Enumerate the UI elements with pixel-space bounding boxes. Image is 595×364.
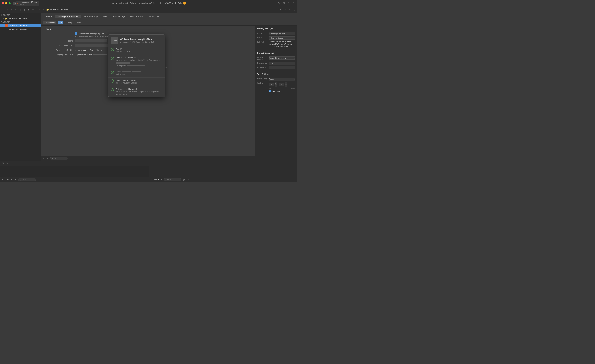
indent-using-select[interactable]: Spaces ▾ xyxy=(269,78,295,81)
warning-nav-icon[interactable]: ⚠ xyxy=(283,8,287,12)
provisioning-arrow-icon[interactable]: › xyxy=(100,48,103,52)
left-filter-field[interactable]: ⌕ xyxy=(18,178,36,181)
sidebar-filter-input[interactable] xyxy=(54,157,68,159)
wrap-lines-label-empty xyxy=(257,91,268,92)
search-icon[interactable]: ⌕ xyxy=(10,8,14,12)
project-format-select[interactable]: Xcode 3.2-compatible ▾ xyxy=(269,57,295,60)
maximize-button[interactable] xyxy=(8,2,11,4)
full-path-reveal-icon[interactable]: → xyxy=(294,41,295,44)
signing-section-header: ▾ Signing xyxy=(44,28,252,30)
sidebar-footer: + − ⌕ xyxy=(41,156,298,161)
tab-build-settings[interactable]: Build Settings xyxy=(109,14,127,18)
sidebar-item-target-main[interactable]: ▸ S sampleapp-ios-swift xyxy=(0,24,41,27)
scope-release-button[interactable]: Release xyxy=(76,21,86,24)
name-input[interactable] xyxy=(269,32,295,35)
auto-manage-text: Automatically manage signing xyxy=(78,33,104,35)
panel-toggle-right[interactable]: ▯ xyxy=(292,1,295,5)
split-output-icon[interactable]: ⊞ xyxy=(186,178,189,181)
right-filter-input[interactable] xyxy=(167,179,181,181)
breakpoint-navigator-icon[interactable]: ◆ xyxy=(27,8,30,12)
tab-build-phases[interactable]: Build Phases xyxy=(128,14,145,18)
right-filter-field[interactable]: ⌕ xyxy=(164,178,181,181)
signing-certificate-label: Signing Certificate xyxy=(46,53,75,56)
popup-title: iOS Team Provisioning Profile: • xyxy=(120,38,154,41)
scheme-selector[interactable]: S sampleapp-ios-swift › iPhone 11 xyxy=(25,1,28,5)
minimize-button[interactable] xyxy=(5,2,7,4)
name-label: Name xyxy=(257,32,268,34)
sidebar-project-name: sampleapp-ios-swift xyxy=(9,17,28,20)
add-editor-button[interactable]: ⊕ xyxy=(277,1,281,5)
toolbar-separator xyxy=(36,8,36,12)
remove-item-button[interactable]: − xyxy=(46,157,49,160)
split-view-button[interactable]: ⊞ xyxy=(282,1,285,5)
team-input[interactable] xyxy=(75,39,107,43)
left-filter-input[interactable] xyxy=(22,179,36,181)
traffic-lights xyxy=(0,2,11,4)
forward-nav-icon[interactable]: › xyxy=(288,8,291,12)
tab-width-input[interactable] xyxy=(269,83,274,86)
back-nav-icon[interactable]: ‹ xyxy=(279,8,282,12)
provisioning-popup-overlay: PROV iOS Team Provisioning Profile: • Cr… xyxy=(108,34,165,97)
indent-width-input[interactable] xyxy=(279,83,284,86)
output-chevron-icon[interactable]: ▾ xyxy=(160,178,163,181)
project-format-label: Project Format xyxy=(257,57,268,61)
issue-navigator-icon[interactable]: ⚠ xyxy=(14,8,18,12)
source-control-icon[interactable]: ⑃ xyxy=(6,8,9,12)
organization-input[interactable] xyxy=(269,62,295,65)
debug-navigator-icon[interactable]: ◈ xyxy=(23,8,26,12)
bottom-toolbar: ⊞ ⚑ xyxy=(0,161,298,166)
flag-icon[interactable]: ⚑ xyxy=(6,162,8,165)
tab-info[interactable]: Info xyxy=(100,14,109,18)
play-icon[interactable]: ▶ xyxy=(10,178,13,181)
location-select[interactable]: Relative to Group ▾ xyxy=(269,36,295,40)
tab-increment-button[interactable]: ▲ xyxy=(275,82,277,85)
sidebar-item-project[interactable]: ▸ 📁 sampleapp-ios-swift xyxy=(0,17,41,20)
forward-button[interactable]: › xyxy=(42,8,46,12)
assistant-editor-icon[interactable]: ⊞ xyxy=(292,8,296,12)
console-toggle-icon[interactable]: ▾ xyxy=(1,178,4,181)
tab-resource-tags[interactable]: Resource Tags xyxy=(81,14,100,18)
signing-disclosure-icon[interactable]: ▾ xyxy=(44,28,44,30)
name-row: Name xyxy=(257,32,295,35)
report-navigator-icon[interactable]: ☰ xyxy=(31,8,35,12)
certs-content: Certificates: 1 Included Includes newest… xyxy=(116,57,162,67)
pause-icon[interactable]: ⏸ xyxy=(14,178,17,181)
cert-name-redacted xyxy=(93,54,107,55)
expand-icon[interactable]: ⊞ xyxy=(1,162,4,165)
capabilities-desc: Includes Keychain Sharing. xyxy=(116,82,137,84)
auto-manage-checkbox[interactable]: ✓ xyxy=(75,32,77,35)
tab-general[interactable]: General xyxy=(42,14,55,18)
bundle-identifier-input[interactable] xyxy=(75,44,110,47)
class-prefix-input[interactable] xyxy=(269,66,295,69)
tab-decrement-button[interactable]: ▼ xyxy=(275,85,277,87)
target-name-main: sampleapp-ios-swift xyxy=(9,24,28,27)
indent-decrement-button[interactable]: ▼ xyxy=(285,85,287,87)
close-button[interactable] xyxy=(2,2,4,4)
provisioning-info-icon[interactable]: i xyxy=(96,49,99,51)
tab-build-rules[interactable]: Build Rules xyxy=(146,14,161,18)
project-scheme[interactable]: S sampleapp-ios-swift › iPhone 11 xyxy=(16,0,39,6)
scope-all-button[interactable]: All xyxy=(58,21,64,24)
test-navigator-icon[interactable]: ◇ xyxy=(18,8,22,12)
popup-item-appid: App ID: • Matches bundle ID xyxy=(108,46,165,55)
panel-toggle-left[interactable]: ▯ xyxy=(287,1,290,5)
indent-increment-button[interactable]: ▲ xyxy=(285,82,287,85)
team-label: Team xyxy=(46,40,75,42)
add-capability-button[interactable]: + Capability xyxy=(43,21,56,24)
capabilities-content: Capabilities: 1 Included Includes Keycha… xyxy=(116,79,137,84)
file-manager-icon[interactable]: ≡ xyxy=(1,8,5,12)
scope-debug-button[interactable]: Debug xyxy=(65,21,74,24)
content-main: ▾ Signing ✓ Automatically manage signing xyxy=(41,26,298,156)
add-item-button[interactable]: + xyxy=(42,157,45,160)
class-prefix-row: Class Prefix xyxy=(257,66,295,69)
delete-output-icon[interactable]: 🗑 xyxy=(182,178,185,181)
title-bar-right: ⊕ ⊞ ▯ ▯ xyxy=(277,1,298,5)
wrap-lines-checkbox[interactable]: ✓ xyxy=(269,90,271,93)
sidebar-project-header: PROJECT xyxy=(0,13,41,17)
popup-header-text: iOS Team Provisioning Profile: • Created… xyxy=(120,38,154,43)
tab-signing-capabilities[interactable]: Signing & Capabilities xyxy=(55,14,81,18)
sidebar-item-target-tests[interactable]: ▸ 🗂 sampleapp-ios-swi... xyxy=(0,27,41,31)
back-button[interactable]: ‹ xyxy=(38,8,41,12)
sidebar-filter-field[interactable]: ⌕ xyxy=(50,157,68,160)
bottom-left-pane xyxy=(0,166,149,177)
